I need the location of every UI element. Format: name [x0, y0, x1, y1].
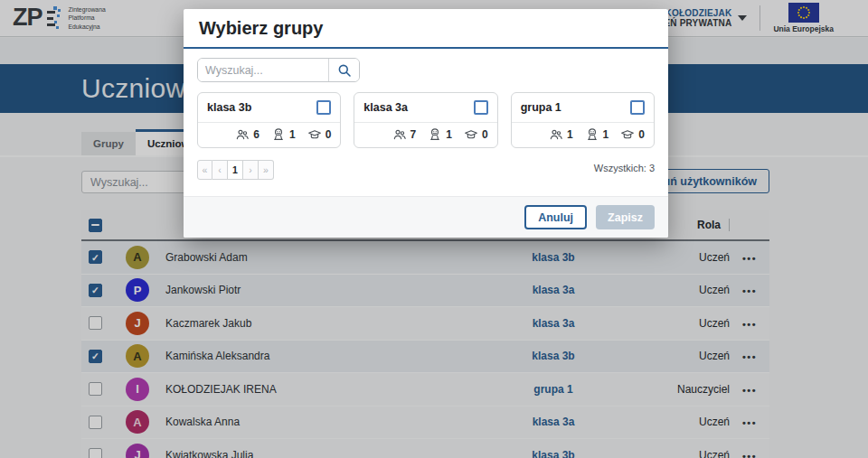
modal-header: Wybierz grupy [184, 9, 668, 49]
pagination-first-button[interactable]: « [197, 160, 212, 180]
group-checkbox[interactable] [474, 100, 488, 115]
modal-title: Wybierz grupy [199, 18, 653, 39]
group-name: klasa 3a [363, 101, 408, 114]
graduate-icon [307, 127, 322, 142]
group-checkbox[interactable] [316, 100, 331, 115]
search-icon [337, 63, 352, 78]
members-icon [235, 127, 250, 142]
members-count: 1 [567, 128, 573, 141]
pagination-last-button[interactable]: » [259, 160, 274, 180]
graduate-icon [620, 127, 635, 142]
modal-search-input[interactable] [198, 59, 328, 81]
teacher-icon [271, 127, 286, 142]
modal-footer: Anuluj Zapisz [184, 196, 668, 238]
pagination: « ‹ 1 › » [197, 160, 274, 180]
group-card: klasa 3a 7 1 0 [354, 92, 497, 148]
pagination-page-1[interactable]: 1 [228, 160, 243, 180]
choose-groups-modal: Wybierz grupy klasa 3b 6 1 0 [184, 9, 668, 238]
cancel-button[interactable]: Anuluj [524, 205, 587, 229]
graduate-icon [464, 127, 478, 142]
group-name: klasa 3b [207, 101, 251, 114]
members-count: 6 [253, 128, 259, 141]
members-icon [549, 127, 563, 142]
total-count-label: Wszystkich: 3 [594, 163, 655, 173]
group-checkbox[interactable] [630, 100, 645, 115]
members-icon [392, 127, 407, 142]
group-cards: klasa 3b 6 1 0 klasa 3a 7 1 0 [197, 92, 655, 148]
pagination-next-button[interactable]: › [243, 160, 259, 180]
group-card: klasa 3b 6 1 0 [197, 92, 341, 148]
graduates-count: 0 [326, 128, 332, 141]
pagination-prev-button[interactable]: ‹ [212, 160, 228, 180]
members-count: 7 [410, 128, 417, 141]
group-name: grupa 1 [521, 101, 561, 114]
graduates-count: 0 [482, 128, 488, 141]
teachers-count: 1 [446, 128, 452, 141]
group-card: grupa 1 1 1 0 [511, 92, 655, 148]
graduates-count: 0 [638, 128, 645, 141]
modal-search-button[interactable] [328, 59, 359, 81]
teachers-count: 1 [289, 128, 296, 141]
teacher-icon [428, 127, 442, 142]
teachers-count: 1 [603, 128, 609, 141]
modal-search [197, 58, 360, 82]
teacher-icon [585, 127, 599, 142]
save-button[interactable]: Zapisz [596, 205, 655, 229]
